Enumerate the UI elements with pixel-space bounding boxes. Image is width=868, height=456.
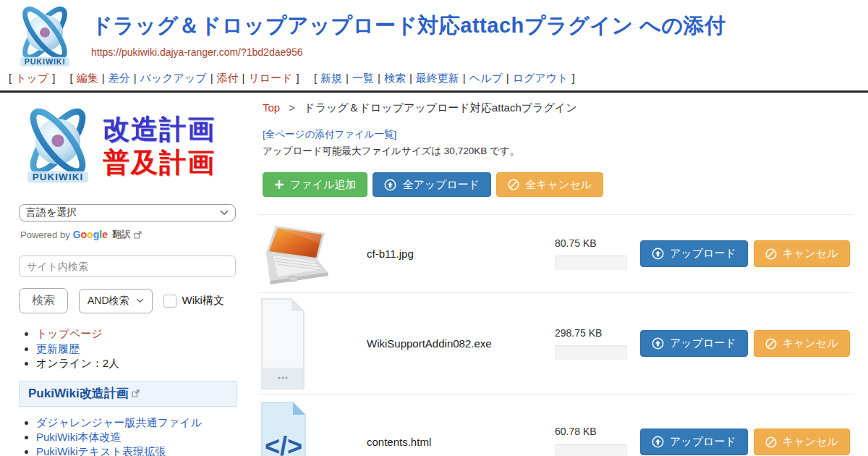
upload-icon [384, 179, 396, 191]
list-item: オンライン：2人 [36, 356, 242, 371]
generic-file-icon [261, 298, 305, 389]
nav-link-recent[interactable]: 最終更新 [416, 72, 459, 84]
file-name: cf-b11.jpg [367, 248, 555, 260]
nav-bracket: ] [52, 72, 55, 84]
pukiwiki-logo-icon[interactable] [13, 4, 77, 69]
cancel-icon [765, 338, 777, 350]
page-title: ドラッグ＆ドロップアップロード対応attachプラグイン への添付 [91, 12, 726, 41]
list-item: トップページ [36, 326, 242, 341]
cancel-button[interactable]: キャンセル [754, 240, 850, 267]
cancel-button[interactable]: キャンセル [754, 428, 850, 455]
breadcrumb-separator: > [289, 101, 295, 114]
upload-progress-bar [555, 256, 627, 270]
nav-separator: | [242, 72, 245, 84]
nav-link-top[interactable]: トップ [15, 72, 48, 84]
site-search-input[interactable] [19, 256, 236, 277]
file-name: WikiSupportAddin082.exe [367, 337, 555, 350]
site-banner[interactable]: 改造計画 普及計画 [19, 106, 242, 187]
sidebar-link-dajya-common[interactable]: ダジャレンジャー版共通ファイル [36, 416, 202, 428]
nav-bracket: ] [571, 72, 574, 84]
cancel-button[interactable]: キャンセル [754, 330, 850, 357]
list-item: PukiWiki本体改造 [36, 431, 242, 444]
nav-separator: | [102, 72, 105, 84]
plus-icon [274, 180, 284, 190]
sidebar-link-core-mod[interactable]: PukiWiki本体改造 [36, 431, 122, 443]
list-item: ダジャレンジャー版共通ファイル [36, 416, 242, 429]
sidebar-link-update-history[interactable]: 更新履歴 [36, 342, 80, 355]
nav-link-reload[interactable]: リロード [248, 72, 292, 84]
translate-link[interactable]: 翻訳 [112, 228, 131, 241]
nav-link-search[interactable]: 検索 [384, 72, 406, 84]
content-area: 改造計画 普及計画 言語を選択 Powered by Google 翻訳 検索 [0, 93, 868, 456]
sidebar-link-text-extension[interactable]: PukiWikiテキスト表現拡張 [36, 445, 166, 456]
file-size: 80.75 KB [555, 237, 640, 249]
list-item: PukiWikiテキスト表現拡張 [36, 445, 242, 456]
table-row: cf-b11.jpg 80.75 KB アップロード キャンセル [258, 214, 854, 292]
nav-link-edit[interactable]: 編集 [77, 72, 98, 84]
nav-link-help[interactable]: ヘルプ [469, 72, 503, 84]
search-mode-value: AND検索 [88, 295, 129, 308]
wiki-syntax-checkbox[interactable] [163, 295, 176, 308]
upload-button[interactable]: アップロード [640, 330, 748, 357]
upload-button[interactable]: アップロード [640, 428, 748, 455]
search-button[interactable]: 検索 [19, 288, 68, 313]
chevron-down-icon [136, 298, 144, 303]
table-row: </> contents.html 60.78 KB アップロード [258, 394, 854, 456]
pukiwiki-atom-icon [19, 106, 97, 187]
upload-toolbar: ファイル追加 全アップロード 全キャンセル [263, 172, 854, 197]
nav-link-diff[interactable]: 差分 [109, 72, 130, 84]
nav-link-list[interactable]: 一覧 [352, 72, 374, 84]
upload-all-button[interactable]: 全アップロード [373, 172, 491, 197]
breadcrumb: Top > ドラッグ＆ドロップアップロード対応attachプラグイン [258, 101, 854, 115]
nav-link-new[interactable]: 新規 [320, 72, 342, 84]
add-files-button[interactable]: ファイル追加 [263, 172, 367, 197]
cancel-icon [765, 436, 777, 448]
nav-separator: | [378, 72, 380, 84]
upload-icon [652, 436, 664, 448]
section-title-link[interactable]: PukiWiki改造計画 [28, 385, 129, 402]
nav-bracket: ] [297, 72, 299, 84]
upload-file-list: cf-b11.jpg 80.75 KB アップロード キャンセル [258, 214, 854, 456]
wiki-syntax-label: Wiki構文 [182, 294, 224, 308]
page-header: ドラッグ＆ドロップアップロード対応attachプラグイン への添付 https:… [0, 0, 868, 69]
cancel-all-button[interactable]: 全キャンセル [496, 172, 603, 197]
online-count-label: オンライン：2人 [36, 357, 119, 369]
nav-link-logout[interactable]: ログアウト [513, 72, 569, 84]
sidebar-link-top-page[interactable]: トップページ [36, 327, 103, 339]
cancel-icon [508, 179, 519, 190]
cancel-icon [765, 248, 777, 260]
nav-bracket: [ [9, 72, 12, 84]
file-size: 60.78 KB [555, 426, 640, 437]
upload-progress-bar [555, 444, 627, 456]
sidebar-plugin-links: ダジャレンジャー版共通ファイル PukiWiki本体改造 PukiWikiテキス… [19, 416, 242, 456]
attach-main: Top > ドラッグ＆ドロップアップロード対応attachプラグイン [全ページ… [251, 93, 868, 456]
upload-icon [652, 248, 664, 260]
all-attachments-link[interactable]: [全ページの添付ファイル一覧] [263, 128, 396, 141]
nav-separator: | [346, 72, 349, 84]
nav-bracket: [ [70, 72, 73, 84]
breadcrumb-current: ドラッグ＆ドロップアップロード対応attachプラグイン [304, 101, 576, 114]
pukiwiki-page: ドラッグ＆ドロップアップロード対応attachプラグイン への添付 https:… [0, 0, 868, 456]
sidebar: 改造計画 普及計画 言語を選択 Powered by Google 翻訳 検索 [0, 93, 251, 456]
upload-icon [652, 337, 664, 350]
banner-line2: 普及計画 [103, 146, 216, 180]
nav-separator: | [210, 72, 213, 84]
search-mode-select[interactable]: AND検索 [79, 289, 153, 313]
breadcrumb-home-link[interactable]: Top [263, 101, 280, 114]
laptop-photo-thumbnail [261, 224, 333, 284]
max-upload-size-text: アップロード可能最大ファイルサイズは 30,720KB です。 [263, 145, 854, 158]
nav-separator: | [506, 72, 509, 84]
file-name: contents.html [367, 436, 555, 448]
nav-separator: | [463, 72, 466, 84]
html-file-icon: </> [261, 402, 306, 456]
nav-link-attach[interactable]: 添付 [217, 72, 239, 84]
page-url-link[interactable]: https://pukiwiki.dajya-ranger.com/?1bd2d… [91, 46, 726, 58]
chevron-down-icon [220, 210, 229, 216]
google-translate-attribution: Powered by Google 翻訳 [20, 228, 242, 241]
nav-bracket: [ [314, 72, 317, 84]
nav-separator: | [134, 72, 137, 84]
nav-link-backup[interactable]: バックアップ [140, 72, 207, 84]
upload-button[interactable]: アップロード [640, 240, 748, 267]
table-row: WikiSupportAddin082.exe 298.75 KB アップロード… [258, 292, 854, 394]
language-select[interactable]: 言語を選択 [19, 204, 236, 221]
